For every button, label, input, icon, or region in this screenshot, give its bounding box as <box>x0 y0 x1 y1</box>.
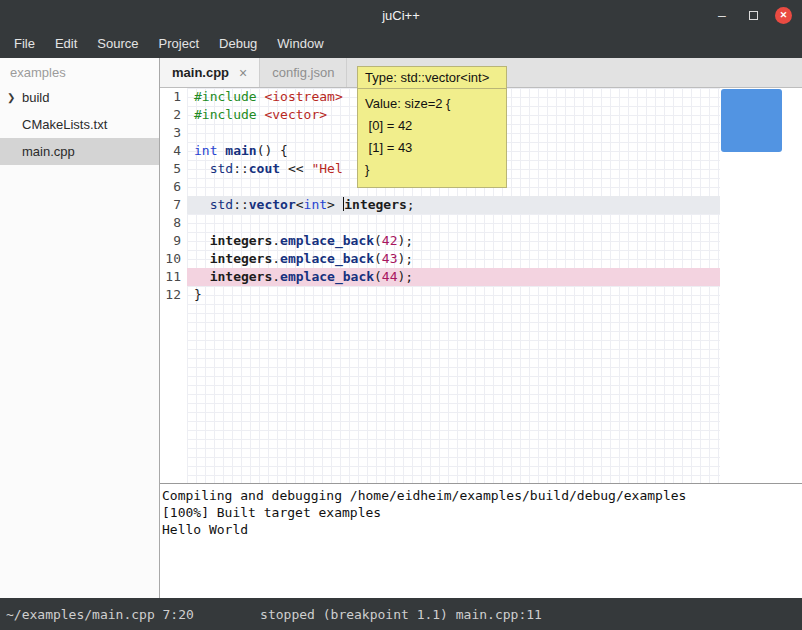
code-token <box>194 251 210 266</box>
menubar: FileEditSourceProjectDebugWindow <box>0 30 802 58</box>
titlebar: juCi++ – ✕ <box>0 0 802 30</box>
code-line-text: integers.emplace_back(44); <box>187 268 720 286</box>
line-number[interactable]: 8 <box>160 214 187 232</box>
output-line: [100%] Built target examples <box>162 504 800 521</box>
code-token: <iostream> <box>264 89 342 104</box>
maximize-button[interactable] <box>744 6 762 24</box>
tooltip-value-line: Value: size=2 { <box>365 93 499 115</box>
code-token: . <box>272 269 280 284</box>
explorer-header: examples <box>0 58 159 84</box>
line-number[interactable]: 5 <box>160 160 187 178</box>
code-token: ( <box>374 233 382 248</box>
tree-item-label: build <box>22 90 49 105</box>
tab-close-icon[interactable]: × <box>239 65 247 81</box>
code-line[interactable]: 11 integers.emplace_back(44); <box>160 268 802 286</box>
tab-main-cpp[interactable]: main.cpp× <box>160 58 260 87</box>
minimize-icon: – <box>718 7 726 23</box>
line-number[interactable]: 9 <box>160 232 187 250</box>
tab-label: config.json <box>272 65 334 80</box>
code-line[interactable]: 9 integers.emplace_back(42); <box>160 232 802 250</box>
tree-item-build[interactable]: ❯build <box>0 84 159 111</box>
code-token: int <box>194 143 217 158</box>
line-number[interactable]: 3 <box>160 124 187 142</box>
code-token: cout <box>249 161 280 176</box>
code-line-text: integers.emplace_back(43); <box>187 250 720 268</box>
code-token: emplace_back <box>280 233 374 248</box>
code-token: integers <box>210 251 273 266</box>
code-token: ( <box>374 269 382 284</box>
code-token: 42 <box>382 233 398 248</box>
code-line[interactable]: 10 integers.emplace_back(43); <box>160 250 802 268</box>
code-token <box>194 233 210 248</box>
code-token: integers <box>344 197 407 212</box>
line-number[interactable]: 10 <box>160 250 187 268</box>
output-line: Compiling and debugging /home/eidheim/ex… <box>162 487 800 504</box>
tree-item-main-cpp[interactable]: main.cpp <box>0 138 159 165</box>
code-token: > <box>327 197 343 212</box>
menu-item-source[interactable]: Source <box>87 30 148 58</box>
tree-item-cmakelists-txt[interactable]: CMakeLists.txt <box>0 111 159 138</box>
code-token: main <box>225 143 256 158</box>
code-line-text: std::vector<int> integers; <box>187 196 720 214</box>
code-token: <vector> <box>264 107 327 122</box>
tree-item-label: CMakeLists.txt <box>22 117 107 132</box>
code-token: emplace_back <box>280 269 374 284</box>
code-token: 44 <box>382 269 398 284</box>
status-file-position: ~/examples/main.cpp 7:20 <box>0 607 194 622</box>
minimize-button[interactable]: – <box>713 6 731 24</box>
code-line[interactable]: 7 std::vector<int> integers; <box>160 196 802 214</box>
code-token: vector <box>249 197 296 212</box>
menu-item-edit[interactable]: Edit <box>45 30 87 58</box>
code-line-text: integers.emplace_back(42); <box>187 232 720 250</box>
code-line[interactable]: 8 <box>160 214 802 232</box>
menu-item-debug[interactable]: Debug <box>209 30 267 58</box>
code-token: ( <box>374 251 382 266</box>
chevron-right-icon[interactable]: ❯ <box>7 92 15 103</box>
file-explorer: examples ❯buildCMakeLists.txtmain.cpp <box>0 58 160 598</box>
output-line: Hello World <box>162 521 800 538</box>
code-token: ); <box>398 251 414 266</box>
code-token: . <box>272 233 280 248</box>
tooltip-value-line: [0] = 42 <box>365 115 499 137</box>
code-token: } <box>194 287 202 302</box>
menu-item-file[interactable]: File <box>4 30 45 58</box>
app-window: juCi++ – ✕ FileEditSourceProjectDebugWin… <box>0 0 802 630</box>
menu-item-project[interactable]: Project <box>149 30 209 58</box>
maximize-icon <box>749 11 758 20</box>
code-token: 43 <box>382 251 398 266</box>
code-token <box>194 161 210 176</box>
window-controls: – ✕ <box>713 0 792 30</box>
status-bar: stopped (breakpoint 1.1) main.cpp:11 ~/e… <box>0 598 802 630</box>
tooltip-value-line: } <box>365 159 499 181</box>
line-number[interactable]: 11 <box>160 268 187 286</box>
close-button[interactable]: ✕ <box>775 7 792 24</box>
code-token: #include <box>194 89 257 104</box>
line-number[interactable]: 1 <box>160 88 187 106</box>
code-token: integers <box>210 269 273 284</box>
code-token: std <box>210 161 233 176</box>
output-panel: Compiling and debugging /home/eidheim/ex… <box>160 483 802 598</box>
code-line[interactable]: 12} <box>160 286 802 304</box>
code-token <box>194 269 210 284</box>
code-token: ); <box>398 269 414 284</box>
code-token: int <box>304 197 327 212</box>
tooltip-type-line: Type: std::vector<int> <box>357 66 507 89</box>
code-token <box>194 197 210 212</box>
line-number[interactable]: 2 <box>160 106 187 124</box>
menu-item-window[interactable]: Window <box>267 30 333 58</box>
debug-value-tooltip: Type: std::vector<int> Value: size=2 { [… <box>357 66 507 188</box>
line-number[interactable]: 4 <box>160 142 187 160</box>
code-token: #include <box>194 107 257 122</box>
code-token: std <box>210 197 233 212</box>
code-token: ; <box>407 197 415 212</box>
code-token: () { <box>257 143 288 158</box>
scrollbar-thumb[interactable] <box>721 89 782 152</box>
line-number[interactable]: 7 <box>160 196 187 214</box>
code-token: :: <box>233 161 249 176</box>
code-token: integers <box>210 233 273 248</box>
tab-config-json[interactable]: config.json <box>260 58 347 87</box>
line-number[interactable]: 12 <box>160 286 187 304</box>
line-number[interactable]: 6 <box>160 178 187 196</box>
tooltip-value-line: [1] = 43 <box>365 137 499 159</box>
tab-label: main.cpp <box>172 65 229 80</box>
